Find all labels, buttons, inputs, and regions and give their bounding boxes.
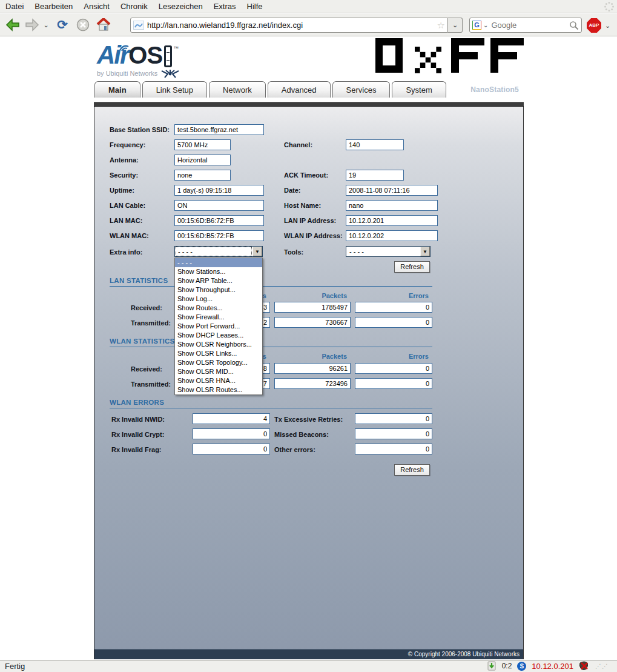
search-input[interactable] — [491, 21, 569, 30]
rx-invalid-crypt-field[interactable]: 0 — [193, 428, 270, 439]
missed-beacons-field[interactable]: 0 — [355, 428, 432, 439]
noscript-icon[interactable] — [579, 661, 590, 671]
lan-transmitted-errors-field[interactable]: 0 — [355, 317, 432, 328]
url-history-dropdown-button[interactable]: ⌄ — [448, 18, 463, 33]
dropdown-option[interactable]: Show Log... — [175, 294, 262, 304]
date-field[interactable]: 2008-11-08 07:11:16 — [346, 185, 438, 196]
back-button[interactable] — [4, 16, 22, 34]
wlan-received-errors-field[interactable]: 0 — [355, 363, 432, 374]
other-errors-field[interactable]: 0 — [355, 444, 432, 454]
menu-chronik[interactable]: Chronik — [115, 1, 153, 12]
tools-select-arrow-icon[interactable]: ▼ — [420, 247, 430, 256]
proxy-ip-text[interactable]: 10.12.0.201 — [532, 662, 573, 671]
wlan-mac-field[interactable]: 00:15:6D:B5:72:FB — [174, 230, 264, 241]
dropdown-option[interactable]: Show ARP Table... — [175, 276, 262, 285]
search-engine-chevron-icon[interactable]: ⌄ — [483, 22, 488, 28]
home-button[interactable] — [94, 16, 113, 34]
tab-main[interactable]: Main — [94, 81, 140, 98]
download-status-icon[interactable] — [487, 661, 497, 671]
menu-extras[interactable]: Extras — [208, 1, 242, 12]
antenna-field[interactable]: Horizontal — [174, 155, 231, 165]
web-page: Air OS ™ by Ubiquiti Networks — [0, 37, 617, 660]
scrapbook-icon[interactable]: S — [517, 662, 526, 671]
main-content: Base Station SSID: test.5bone.ffgraz.net… — [94, 107, 524, 659]
lan-cable-field[interactable]: ON — [174, 200, 264, 211]
refresh-button-bottom[interactable]: Refresh — [394, 464, 430, 476]
reload-button[interactable]: ⟳ — [53, 16, 71, 34]
wlan-statistics-title: WLAN STATISTICS — [110, 338, 175, 345]
url-bar[interactable]: http://lan.nano.wieland19.ffgraz.net/ind… — [130, 18, 448, 33]
dropdown-option[interactable]: Show OLSR MID... — [175, 367, 262, 376]
dropdown-option[interactable]: Show OLSR HNA... — [175, 376, 262, 385]
dropdown-option[interactable]: - - - - — [175, 258, 262, 267]
dropdown-option[interactable]: Show Stations... — [175, 267, 262, 276]
stop-button[interactable] — [74, 16, 92, 34]
refresh-button-top[interactable]: Refresh — [394, 261, 430, 273]
url-text[interactable]: http://lan.nano.wieland19.ffgraz.net/ind… — [147, 21, 437, 30]
uptime-field[interactable]: 1 day(-s) 09:15:18 — [174, 185, 264, 196]
logo-os-text: OS — [128, 43, 162, 67]
forward-button[interactable] — [23, 16, 41, 34]
tab-network[interactable]: Network — [209, 81, 266, 98]
menu-hilfe[interactable]: Hilfe — [242, 1, 268, 12]
history-dropdown-icon[interactable]: ⌄ — [41, 16, 51, 34]
security-field[interactable]: none — [174, 170, 231, 181]
menu-bearbeiten[interactable]: Bearbeiten — [29, 1, 78, 12]
wlan-transmitted-packets-field[interactable]: 723496 — [274, 378, 351, 389]
ubiquiti-antenna-icon — [160, 68, 180, 78]
dropdown-option[interactable]: Show Routes... — [175, 304, 262, 313]
lan-received-errors-field[interactable]: 0 — [355, 302, 432, 313]
adblock-chevron-icon[interactable]: ⌄ — [605, 22, 610, 30]
lan-ip-field[interactable]: 10.12.0.201 — [346, 215, 438, 226]
dropdown-option[interactable]: Show Throughput... — [175, 285, 262, 294]
search-magnifier-icon[interactable] — [569, 21, 579, 30]
logo-byline: by Ubiquiti Networks — [97, 70, 157, 77]
menu-ansicht[interactable]: Ansicht — [78, 1, 115, 12]
search-bar[interactable]: G ⌄ — [469, 18, 582, 33]
dropdown-option[interactable]: Show OLSR Routes... — [175, 385, 262, 394]
download-count[interactable]: 0:2 — [502, 662, 512, 670]
lan-errors-header: Errors — [355, 291, 429, 300]
host-name-field[interactable]: nano — [346, 200, 438, 211]
ack-timeout-field[interactable]: 19 — [346, 170, 404, 181]
navigation-toolbar: ⌄ ⟳ http://lan.nano.wieland19.ffgraz.net… — [0, 14, 617, 36]
menu-lesezeichen[interactable]: Lesezeichen — [153, 1, 208, 12]
lan-transmitted-packets-field[interactable]: 730667 — [274, 317, 351, 328]
dropdown-option[interactable]: Show Port Forward... — [175, 322, 262, 331]
menu-datei[interactable]: Datei — [0, 1, 29, 12]
ssid-field[interactable]: test.5bone.ffgraz.net — [174, 124, 264, 135]
dropdown-option[interactable]: Show Firewall... — [175, 313, 262, 322]
search-engine-icon[interactable]: G — [472, 21, 481, 30]
wlan-ip-label: WLAN IP Address: — [284, 230, 343, 241]
tx-excessive-retries-label: Tx Excessive Retries: — [274, 414, 343, 425]
tab-link-setup[interactable]: Link Setup — [142, 81, 207, 98]
lan-mac-field[interactable]: 00:15:6D:B6:72:FB — [174, 215, 264, 226]
airos-logo: Air OS ™ by Ubiquiti Networks — [97, 43, 218, 78]
wlan-ip-field[interactable]: 10.12.0.202 — [346, 230, 438, 241]
bookmark-star-icon[interactable]: ☆ — [437, 20, 445, 31]
wlan-received-packets-field[interactable]: 96261 — [274, 363, 351, 374]
extra-info-select-arrow-icon[interactable]: ▼ — [252, 247, 262, 256]
dropdown-option[interactable]: Show OLSR Links... — [175, 349, 262, 358]
tx-excessive-retries-field[interactable]: 0 — [355, 413, 432, 424]
frequency-field[interactable]: 5700 MHz — [174, 139, 231, 150]
lan-received-packets-field[interactable]: 1785497 — [274, 302, 351, 313]
dropdown-option[interactable]: Show OLSR Neighbors... — [175, 340, 262, 349]
rx-invalid-nwid-field[interactable]: 4 — [193, 413, 270, 424]
channel-field[interactable]: 140 — [346, 139, 404, 150]
tools-select[interactable]: - - - - ▼ — [346, 246, 431, 257]
window-resize-grip[interactable]: ⋰⋰ — [595, 663, 609, 670]
status-bar: Fertig 0:2 S 10.12.0.201 ⋰⋰ — [0, 660, 617, 672]
wlan-received-label: Received: — [131, 364, 162, 374]
extra-info-select[interactable]: - - - - ▼ — [174, 246, 263, 257]
rx-invalid-frag-field[interactable]: 0 — [193, 444, 270, 454]
adblock-plus-icon[interactable]: ABP — [587, 18, 601, 33]
throbber-icon — [604, 1, 615, 12]
dropdown-option[interactable]: Show DHCP Leases... — [175, 331, 262, 340]
tab-advanced[interactable]: Advanced — [268, 81, 331, 98]
lan-received-label: Received: — [131, 302, 162, 313]
dropdown-option[interactable]: Show OLSR Topology... — [175, 358, 262, 367]
wlan-transmitted-errors-field[interactable]: 0 — [355, 378, 432, 389]
wlan-packets-header: Packets — [274, 352, 347, 361]
wlan-transmitted-label: Transmitted: — [131, 379, 171, 390]
